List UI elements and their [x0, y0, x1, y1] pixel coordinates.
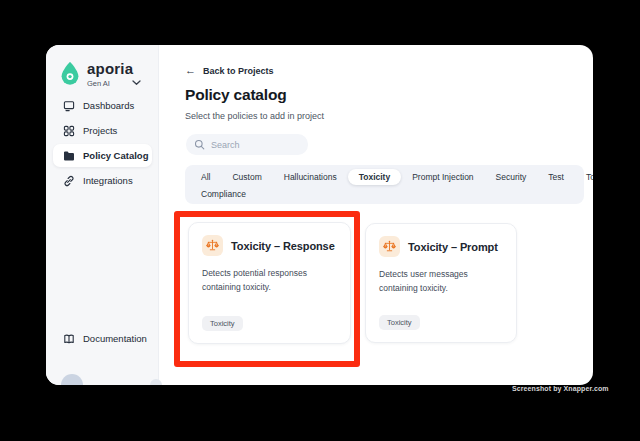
page-title: Policy catalog [185, 86, 286, 104]
tab-security[interactable]: Security [485, 169, 538, 185]
filter-tabs: All Custom Hallucinations Toxicity Promp… [185, 165, 584, 204]
sidebar-item-dashboards[interactable]: Dashboards [53, 94, 152, 117]
chat-widget-button[interactable] [61, 374, 83, 385]
tab-test[interactable]: Test [537, 169, 575, 185]
chevron-down-icon [132, 80, 141, 86]
page-subtitle: Select the policies to add in project [185, 111, 324, 121]
sidebar-nav: Dashboards Projects [53, 94, 152, 194]
tab-toxicity[interactable]: Toxicity [348, 169, 402, 185]
folder-icon [63, 150, 75, 162]
back-arrow-icon: ← [185, 65, 196, 76]
back-link-label: Back to Projects [203, 66, 274, 76]
tab-prompt-injection[interactable]: Prompt Injection [401, 169, 484, 185]
card-title: Toxicity – Prompt [408, 241, 498, 253]
tab-custom[interactable]: Custom [221, 169, 272, 185]
tab-compliance[interactable]: Compliance [190, 186, 257, 202]
tab-all[interactable]: All [190, 169, 221, 185]
sidebar-item-label: Dashboards [83, 100, 134, 111]
card-description: Detects user messages containing toxicit… [366, 257, 516, 295]
workspace-name: Gen AI [87, 79, 110, 88]
sidebar-item-label: Policy Catalog [83, 150, 148, 161]
search-icon [194, 139, 205, 150]
app-window: aporia Gen AI Dashboards [46, 45, 593, 385]
tab-hallucinations[interactable]: Hallucinations [273, 169, 348, 185]
search-input[interactable] [211, 140, 301, 150]
card-tag: Toxicity [379, 315, 420, 330]
workspace-switcher[interactable]: Gen AI [87, 79, 141, 88]
link-icon [63, 175, 75, 187]
back-to-projects-link[interactable]: ← Back to Projects [185, 65, 274, 76]
sidebar-item-policy-catalog[interactable]: Policy Catalog [53, 144, 152, 167]
sidebar-item-projects[interactable]: Projects [53, 119, 152, 142]
sidebar-item-label: Projects [83, 125, 117, 136]
sidebar-item-label: Documentation [83, 333, 147, 344]
search-box[interactable] [186, 134, 308, 155]
dashboard-icon [63, 100, 75, 112]
tab-topics[interactable]: Topics [575, 169, 593, 185]
card-tag: Toxicity [202, 316, 243, 331]
brand-name: aporia [87, 61, 141, 77]
aporia-logo-icon [59, 61, 81, 87]
grid-icon [63, 125, 75, 137]
policy-card-toxicity-prompt[interactable]: Toxicity – Prompt Detects user messages … [365, 223, 517, 343]
sidebar-item-documentation[interactable]: Documentation [53, 327, 152, 350]
book-icon [63, 333, 75, 345]
card-description: Detects potential responses containing t… [189, 256, 350, 294]
scales-icon [202, 235, 223, 256]
sidebar-item-integrations[interactable]: Integrations [53, 169, 152, 192]
scales-icon [379, 236, 400, 257]
sidebar: aporia Gen AI Dashboards [46, 45, 159, 385]
chat-widget-secondary [150, 379, 162, 385]
sidebar-footer: Documentation [53, 327, 152, 352]
card-title: Toxicity – Response [231, 240, 335, 252]
policy-card-toxicity-response[interactable]: Toxicity – Response Detects potential re… [188, 222, 351, 344]
brand: aporia Gen AI [59, 61, 141, 88]
sidebar-item-label: Integrations [83, 175, 133, 186]
watermark-text: Screenshot by Xnapper.com [512, 385, 609, 392]
